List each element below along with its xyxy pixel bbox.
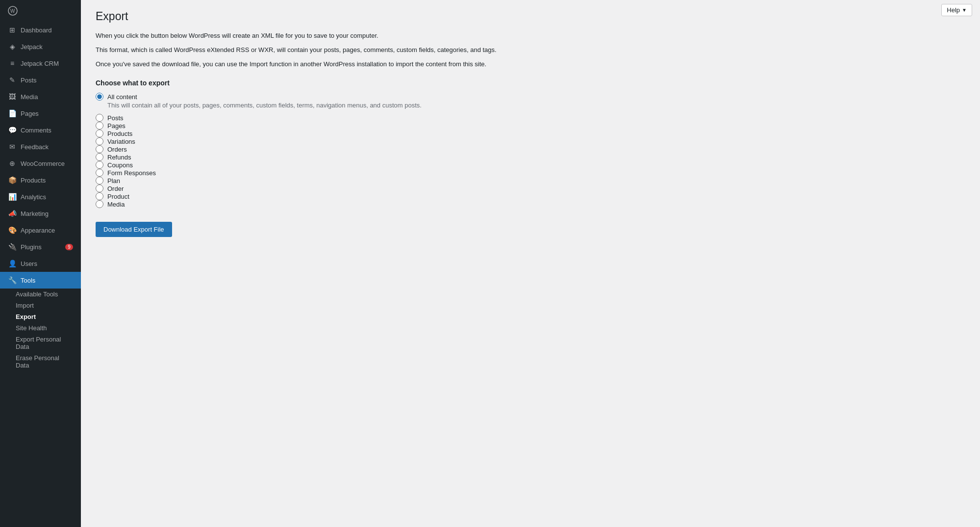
sidebar-item-tools[interactable]: 🔧Tools xyxy=(0,272,81,289)
sidebar-item-media[interactable]: 🖼Media xyxy=(0,88,81,105)
comments-icon: 💬 xyxy=(8,126,17,134)
jetpack-crm-icon: ≡ xyxy=(8,59,17,68)
sidebar-item-label-products: Products xyxy=(21,177,73,184)
submenu-item-export[interactable]: Export xyxy=(0,311,81,322)
option-pages-label-text: Pages xyxy=(107,122,126,130)
all-content-description: This will contain all of your posts, pag… xyxy=(107,102,965,109)
radio-variations[interactable] xyxy=(96,137,103,145)
all-content-label[interactable]: All content xyxy=(96,93,965,101)
submenu-item-import[interactable]: Import xyxy=(0,300,81,311)
sidebar-item-products[interactable]: 📦Products xyxy=(0,172,81,188)
dashboard-icon: ⊞ xyxy=(8,26,17,34)
sidebar-item-label-woocommerce: WooCommerce xyxy=(21,160,73,167)
plugins-icon: 🔌 xyxy=(8,242,17,251)
option-variations-label[interactable]: Variations xyxy=(96,137,965,145)
export-options: All content This will contain all of you… xyxy=(96,93,965,208)
submenu-item-export-personal-data[interactable]: Export Personal Data xyxy=(0,334,81,352)
radio-product[interactable] xyxy=(96,192,103,200)
media-icon: 🖼 xyxy=(8,92,17,101)
sidebar-item-woocommerce[interactable]: ⊕WooCommerce xyxy=(0,155,81,172)
sidebar: W ⊞Dashboard◈Jetpack≡Jetpack CRM✎Posts🖼M… xyxy=(0,0,81,527)
feedback-icon: ✉ xyxy=(8,142,17,151)
all-content-option: All content This will contain all of you… xyxy=(96,93,965,109)
sidebar-item-label-analytics: Analytics xyxy=(21,193,73,201)
sidebar-item-label-pages: Pages xyxy=(21,110,73,117)
option-coupons-label[interactable]: Coupons xyxy=(96,161,965,169)
help-button[interactable]: Help ▼ xyxy=(941,4,972,16)
sidebar-item-label-media: Media xyxy=(21,93,73,101)
option-product-label[interactable]: Product xyxy=(96,192,965,200)
option-orders-label[interactable]: Orders xyxy=(96,145,965,153)
description-2: This format, which is called WordPress e… xyxy=(96,45,965,55)
sidebar-item-plugins[interactable]: 🔌Plugins9 xyxy=(0,238,81,255)
sidebar-item-label-feedback: Feedback xyxy=(21,143,73,151)
option-form-responses-label[interactable]: Form Responses xyxy=(96,169,965,177)
submenu-item-available-tools[interactable]: Available Tools xyxy=(0,289,81,300)
download-export-button[interactable]: Download Export File xyxy=(96,222,172,237)
submenu-item-site-health[interactable]: Site Health xyxy=(0,322,81,334)
all-content-radio[interactable] xyxy=(96,93,103,101)
option-coupons-label-text: Coupons xyxy=(107,161,133,169)
sidebar-item-pages[interactable]: 📄Pages xyxy=(0,105,81,122)
radio-plan[interactable] xyxy=(96,177,103,184)
radio-posts[interactable] xyxy=(96,114,103,122)
radio-refunds[interactable] xyxy=(96,153,103,161)
sidebar-item-users[interactable]: 👤Users xyxy=(0,255,81,272)
radio-coupons[interactable] xyxy=(96,161,103,169)
option-media-label[interactable]: Media xyxy=(96,200,965,208)
option-orders-label-text: Orders xyxy=(107,146,127,153)
sidebar-item-label-appearance: Appearance xyxy=(21,227,73,234)
option-plan-label-text: Plan xyxy=(107,177,120,184)
products-icon: 📦 xyxy=(8,176,17,184)
option-refunds-label[interactable]: Refunds xyxy=(96,153,965,161)
description-1: When you click the button below WordPres… xyxy=(96,31,965,41)
radio-products[interactable] xyxy=(96,130,103,137)
sidebar-item-marketing[interactable]: 📣Marketing xyxy=(0,205,81,222)
sidebar-item-jetpack-crm[interactable]: ≡Jetpack CRM xyxy=(0,55,81,72)
option-media-label-text: Media xyxy=(107,201,125,208)
submenu-item-erase-personal-data[interactable]: Erase Personal Data xyxy=(0,352,81,371)
option-refunds-label-text: Refunds xyxy=(107,154,131,161)
pages-icon: 📄 xyxy=(8,109,17,118)
option-form-responses-label-text: Form Responses xyxy=(107,169,156,177)
wp-logo: W xyxy=(0,0,81,22)
radio-order[interactable] xyxy=(96,184,103,192)
chevron-down-icon: ▼ xyxy=(962,7,967,13)
sidebar-item-feedback[interactable]: ✉Feedback xyxy=(0,138,81,155)
users-icon: 👤 xyxy=(8,259,17,268)
sidebar-item-label-comments: Comments xyxy=(21,127,73,134)
help-label: Help xyxy=(947,6,960,14)
description-3: Once you've saved the download file, you… xyxy=(96,59,965,70)
option-order-label[interactable]: Order xyxy=(96,184,965,192)
option-plan-label[interactable]: Plan xyxy=(96,177,965,184)
analytics-icon: 📊 xyxy=(8,192,17,201)
appearance-icon: 🎨 xyxy=(8,226,17,235)
sidebar-item-appearance[interactable]: 🎨Appearance xyxy=(0,222,81,238)
sidebar-item-label-marketing: Marketing xyxy=(21,210,73,217)
sidebar-item-dashboard[interactable]: ⊞Dashboard xyxy=(0,22,81,38)
radio-media[interactable] xyxy=(96,200,103,208)
sidebar-item-label-posts: Posts xyxy=(21,77,73,84)
option-products-label[interactable]: Products xyxy=(96,130,965,137)
main-content: Export When you click the button below W… xyxy=(81,0,980,527)
svg-text:W: W xyxy=(10,8,15,14)
sidebar-item-jetpack[interactable]: ◈Jetpack xyxy=(0,38,81,55)
option-posts-label-text: Posts xyxy=(107,114,124,122)
option-variations-label-text: Variations xyxy=(107,138,135,145)
option-product-label-text: Product xyxy=(107,193,129,200)
sidebar-item-posts[interactable]: ✎Posts xyxy=(0,72,81,88)
sidebar-item-analytics[interactable]: 📊Analytics xyxy=(0,188,81,205)
radio-pages[interactable] xyxy=(96,122,103,130)
marketing-icon: 📣 xyxy=(8,209,17,218)
sidebar-item-comments[interactable]: 💬Comments xyxy=(0,122,81,138)
option-pages-label[interactable]: Pages xyxy=(96,122,965,130)
sidebar-item-label-plugins: Plugins xyxy=(21,243,61,251)
option-posts-label[interactable]: Posts xyxy=(96,114,965,122)
sidebar-nav: ⊞Dashboard◈Jetpack≡Jetpack CRM✎Posts🖼Med… xyxy=(0,22,81,371)
sidebar-item-label-jetpack: Jetpack xyxy=(21,43,73,51)
sidebar-item-label-dashboard: Dashboard xyxy=(21,26,73,34)
radio-form-responses[interactable] xyxy=(96,169,103,177)
radio-orders[interactable] xyxy=(96,145,103,153)
tools-icon: 🔧 xyxy=(8,276,17,285)
page-title: Export xyxy=(96,10,965,23)
